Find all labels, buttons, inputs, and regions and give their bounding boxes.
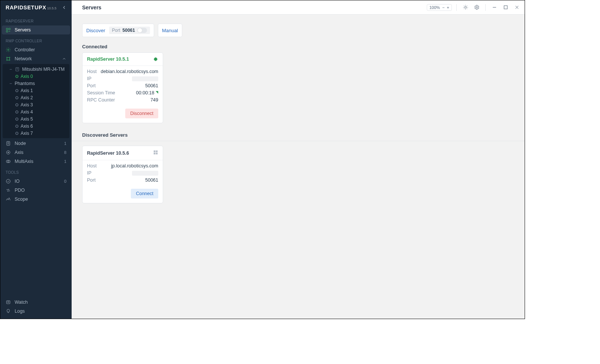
tree-label: Axis 1 [21,88,33,93]
kv-row: Hostdebian.local.roboticsys.com [87,69,158,74]
label-host: Host [87,163,97,169]
sidebar-item-label: PDO [15,188,25,193]
svg-rect-21 [154,153,156,155]
connect-button[interactable]: Connect [131,189,158,198]
discover-button[interactable]: Discover [86,28,105,33]
live-indicator-icon: ◥ [156,90,158,94]
value-rpc: 749 [150,97,158,103]
kv-row: IP [87,76,158,81]
window-close-button[interactable] [513,3,521,12]
kv-row: RPC Counter749 [87,97,158,103]
label-ip: IP [87,170,92,176]
sidebar-item-label: Logs [15,309,25,314]
zoom-out-button[interactable]: − [442,5,444,10]
svg-point-11 [8,152,9,153]
sidebar-item-label: Watch [15,300,28,305]
sidebar-item-network[interactable]: Network [0,54,72,63]
sidebar-collapse-button[interactable] [60,4,68,11]
pdo-icon [6,188,11,193]
count-badge: 1 [64,141,66,146]
tree-label: Mitsubishi MR-J4-TM [22,67,64,72]
window-maximize-button[interactable] [501,3,510,12]
sidebar-item-label: Controller [15,47,35,52]
svg-rect-2 [6,31,8,32]
tree-axis[interactable]: Axis 1 [3,87,69,94]
sidebar-item-controller[interactable]: Controller [0,45,72,54]
card-title: RapidServer 10.5.1 [87,57,129,62]
main: Servers 100% − + Discover Port 50061 [72,0,525,319]
label-port: Port [87,178,96,183]
settings-button[interactable] [472,3,481,12]
tree-label: Axis 3 [21,102,33,107]
count-badge: 0 [64,179,66,183]
svg-point-17 [476,7,477,8]
sidebar-item-label: Axis [15,150,24,155]
status-dot-icon [15,103,18,106]
sidebar-item-label: MultiAxis [15,159,33,164]
chevron-up-icon [62,57,66,61]
port-toggle[interactable] [137,28,147,33]
tree-axis[interactable]: Axis 6 [3,122,69,130]
value-ip-redacted [132,171,158,176]
axis-icon [6,150,11,155]
controller-icon [6,47,11,52]
tree-axis[interactable]: Axis 2 [3,94,69,101]
logs-icon [6,309,11,314]
card-header: RapidServer 10.5.1 [82,53,163,66]
tree-axis[interactable]: Axis 3 [3,101,69,108]
disconnect-button[interactable]: Disconnect [125,109,158,118]
svg-point-7 [9,60,10,60]
window-minimize-button[interactable] [490,3,498,12]
titlebar: Servers 100% − + [72,0,525,15]
sidebar-item-watch[interactable]: Watch [0,298,72,307]
svg-point-3 [8,49,9,51]
tree-axis[interactable]: Axis 5 [3,115,69,122]
io-icon [6,179,11,184]
sidebar-item-logs[interactable]: Logs [0,307,72,316]
servers-icon [6,27,11,33]
label-host: Host [87,69,97,74]
node-icon [6,141,11,146]
mode-row: Discover Port 50061 Manual [82,24,514,37]
zoom-value: 100% [429,5,440,10]
tree-axis[interactable]: Axis 7 [3,130,69,137]
sidebar-item-scope[interactable]: Scope [0,195,72,204]
svg-rect-22 [156,153,158,155]
sidebar-item-pdo[interactable]: PDO [0,186,72,195]
server-os-icon [153,150,158,156]
svg-point-6 [6,60,7,60]
kv-row: Port50061 [87,178,158,183]
status-dot-icon [15,125,18,128]
sidebar: RAPIDSETUPX 10.5.5 RAPIDSERVER Servers R… [0,0,72,319]
zoom-in-button[interactable]: + [447,5,449,10]
manual-button[interactable]: Manual [162,28,178,33]
tree-label: Axis 5 [21,116,33,122]
theme-toggle-button[interactable] [461,3,470,12]
app-version: 10.5.5 [47,6,56,10]
status-dot-icon [15,96,18,99]
tree-device[interactable]: − Mitsubishi MR-J4-TM [3,66,69,73]
sidebar-item-multiaxis[interactable]: MultiAxis 1 [0,157,72,166]
svg-rect-20 [156,151,158,152]
sidebar-header: RAPIDSETUPX 10.5.5 [0,0,72,15]
sidebar-item-io[interactable]: IO 0 [0,177,72,186]
svg-point-4 [6,57,7,58]
sidebar-item-axis[interactable]: Axis 8 [0,148,72,157]
page-title: Servers [82,4,101,10]
scope-icon [6,197,11,202]
count-badge: 1 [64,159,66,164]
tree-axis[interactable]: Axis 4 [3,108,69,115]
kv-row: Hostjp.local.roboticsys.com [87,163,158,169]
port-value: 50061 [123,28,135,33]
section-rapidserver: RAPIDSERVER [0,15,72,25]
sidebar-item-node[interactable]: Node 1 [0,139,72,148]
status-dot-icon [15,118,18,121]
network-tree: − Mitsubishi MR-J4-TM Axis 0 − Phantoms … [3,64,69,138]
svg-point-16 [465,6,466,8]
tree-phantoms[interactable]: − Phantoms [3,80,69,87]
divider [72,141,525,141]
divider [485,4,486,11]
tree-axis-0[interactable]: Axis 0 [3,73,69,80]
sidebar-item-servers[interactable]: Servers [2,25,70,34]
content: Discover Port 50061 Manual Connected Rap… [72,15,525,319]
